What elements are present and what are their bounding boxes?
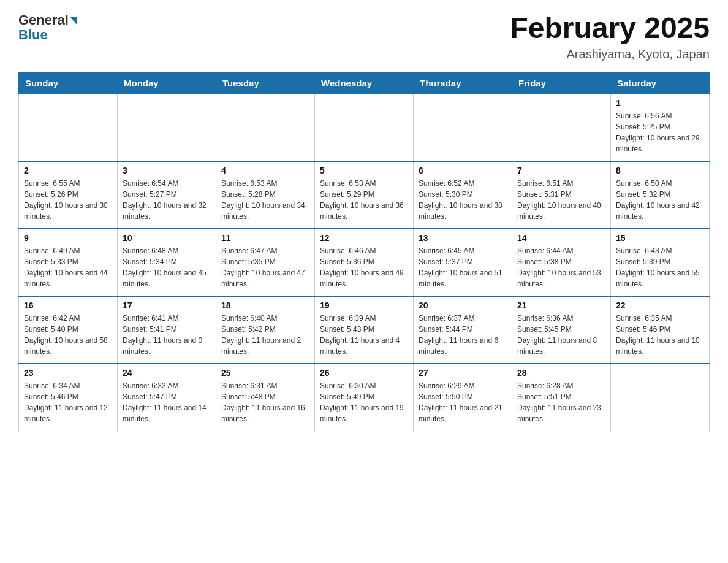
day-info: Sunrise: 6:47 AMSunset: 5:35 PMDaylight:… xyxy=(221,245,309,289)
calendar-cell: 21Sunrise: 6:36 AMSunset: 5:45 PMDayligh… xyxy=(512,296,611,364)
calendar-cell: 20Sunrise: 6:37 AMSunset: 5:44 PMDayligh… xyxy=(414,296,512,364)
day-info: Sunrise: 6:53 AMSunset: 5:28 PMDaylight:… xyxy=(221,178,309,222)
day-number: 15 xyxy=(616,233,704,243)
day-number: 26 xyxy=(320,368,408,378)
calendar-week-2: 2Sunrise: 6:55 AMSunset: 5:26 PMDaylight… xyxy=(19,161,710,229)
calendar-cell: 17Sunrise: 6:41 AMSunset: 5:41 PMDayligh… xyxy=(118,296,216,364)
day-info: Sunrise: 6:50 AMSunset: 5:32 PMDaylight:… xyxy=(616,178,704,222)
day-number: 18 xyxy=(221,301,309,310)
weekday-header-thursday: Thursday xyxy=(414,72,512,94)
month-title: February 2025 xyxy=(510,12,710,45)
calendar-cell: 24Sunrise: 6:33 AMSunset: 5:47 PMDayligh… xyxy=(118,364,216,431)
calendar-cell: 2Sunrise: 6:55 AMSunset: 5:26 PMDaylight… xyxy=(19,161,118,229)
calendar-cell: 28Sunrise: 6:28 AMSunset: 5:51 PMDayligh… xyxy=(512,364,611,431)
calendar-cell: 1Sunrise: 6:56 AMSunset: 5:25 PMDaylight… xyxy=(611,94,710,161)
weekday-header-tuesday: Tuesday xyxy=(216,72,315,94)
calendar-cell xyxy=(414,94,512,161)
day-info: Sunrise: 6:48 AMSunset: 5:34 PMDaylight:… xyxy=(123,245,211,289)
day-number: 25 xyxy=(221,368,309,378)
day-info: Sunrise: 6:52 AMSunset: 5:30 PMDaylight:… xyxy=(419,178,507,222)
day-number: 4 xyxy=(221,166,309,175)
calendar-cell: 5Sunrise: 6:53 AMSunset: 5:29 PMDaylight… xyxy=(315,161,414,229)
calendar-cell: 15Sunrise: 6:43 AMSunset: 5:39 PMDayligh… xyxy=(611,229,710,296)
day-number: 14 xyxy=(517,233,605,243)
calendar-cell: 27Sunrise: 6:29 AMSunset: 5:50 PMDayligh… xyxy=(414,364,512,431)
day-number: 10 xyxy=(123,233,211,243)
calendar-body: 1Sunrise: 6:56 AMSunset: 5:25 PMDaylight… xyxy=(19,94,710,431)
day-number: 16 xyxy=(24,301,112,310)
day-number: 28 xyxy=(517,368,605,378)
calendar-cell: 25Sunrise: 6:31 AMSunset: 5:48 PMDayligh… xyxy=(216,364,315,431)
calendar-cell: 12Sunrise: 6:46 AMSunset: 5:36 PMDayligh… xyxy=(315,229,414,296)
day-info: Sunrise: 6:37 AMSunset: 5:44 PMDaylight:… xyxy=(419,313,507,357)
day-info: Sunrise: 6:41 AMSunset: 5:41 PMDaylight:… xyxy=(123,313,211,357)
day-info: Sunrise: 6:45 AMSunset: 5:37 PMDaylight:… xyxy=(419,245,507,289)
calendar-cell: 11Sunrise: 6:47 AMSunset: 5:35 PMDayligh… xyxy=(216,229,315,296)
calendar-cell: 19Sunrise: 6:39 AMSunset: 5:43 PMDayligh… xyxy=(315,296,414,364)
day-info: Sunrise: 6:39 AMSunset: 5:43 PMDaylight:… xyxy=(320,313,408,357)
calendar-cell: 23Sunrise: 6:34 AMSunset: 5:46 PMDayligh… xyxy=(19,364,118,431)
day-number: 7 xyxy=(517,166,605,175)
day-number: 9 xyxy=(24,233,112,243)
calendar-cell: 10Sunrise: 6:48 AMSunset: 5:34 PMDayligh… xyxy=(118,229,216,296)
location-text: Arashiyama, Kyoto, Japan xyxy=(510,47,710,61)
day-info: Sunrise: 6:51 AMSunset: 5:31 PMDaylight:… xyxy=(517,178,605,222)
calendar-cell: 7Sunrise: 6:51 AMSunset: 5:31 PMDaylight… xyxy=(512,161,611,229)
day-number: 6 xyxy=(419,166,507,175)
day-info: Sunrise: 6:53 AMSunset: 5:29 PMDaylight:… xyxy=(320,178,408,222)
logo-arrow-icon xyxy=(70,17,77,25)
calendar-table: SundayMondayTuesdayWednesdayThursdayFrid… xyxy=(18,72,710,432)
calendar-week-1: 1Sunrise: 6:56 AMSunset: 5:25 PMDaylight… xyxy=(19,94,710,161)
day-number: 13 xyxy=(419,233,507,243)
calendar-cell xyxy=(19,94,118,161)
day-info: Sunrise: 6:35 AMSunset: 5:46 PMDaylight:… xyxy=(616,313,704,357)
day-info: Sunrise: 6:46 AMSunset: 5:36 PMDaylight:… xyxy=(320,245,408,289)
calendar-cell xyxy=(512,94,611,161)
calendar-cell: 9Sunrise: 6:49 AMSunset: 5:33 PMDaylight… xyxy=(19,229,118,296)
day-number: 8 xyxy=(616,166,704,175)
day-info: Sunrise: 6:56 AMSunset: 5:25 PMDaylight:… xyxy=(616,110,704,155)
day-number: 2 xyxy=(24,166,112,175)
calendar-cell: 6Sunrise: 6:52 AMSunset: 5:30 PMDaylight… xyxy=(414,161,512,229)
day-number: 23 xyxy=(24,368,112,378)
day-number: 24 xyxy=(123,368,211,378)
calendar-cell xyxy=(611,364,710,431)
calendar-cell: 26Sunrise: 6:30 AMSunset: 5:49 PMDayligh… xyxy=(315,364,414,431)
calendar-cell: 13Sunrise: 6:45 AMSunset: 5:37 PMDayligh… xyxy=(414,229,512,296)
day-number: 21 xyxy=(517,301,605,310)
calendar-cell xyxy=(118,94,216,161)
weekday-header-sunday: Sunday xyxy=(19,72,118,94)
day-info: Sunrise: 6:28 AMSunset: 5:51 PMDaylight:… xyxy=(517,380,605,424)
page-header: General Blue February 2025 Arashiyama, K… xyxy=(18,12,710,61)
calendar-week-3: 9Sunrise: 6:49 AMSunset: 5:33 PMDaylight… xyxy=(19,229,710,296)
calendar-cell: 8Sunrise: 6:50 AMSunset: 5:32 PMDaylight… xyxy=(611,161,710,229)
weekday-header-row: SundayMondayTuesdayWednesdayThursdayFrid… xyxy=(19,72,710,94)
calendar-cell: 18Sunrise: 6:40 AMSunset: 5:42 PMDayligh… xyxy=(216,296,315,364)
calendar-header: SundayMondayTuesdayWednesdayThursdayFrid… xyxy=(19,72,710,94)
day-number: 3 xyxy=(123,166,211,175)
weekday-header-wednesday: Wednesday xyxy=(315,72,414,94)
day-number: 11 xyxy=(221,233,309,243)
calendar-cell xyxy=(315,94,414,161)
day-info: Sunrise: 6:34 AMSunset: 5:46 PMDaylight:… xyxy=(24,380,112,424)
day-info: Sunrise: 6:29 AMSunset: 5:50 PMDaylight:… xyxy=(419,380,507,424)
calendar-cell: 4Sunrise: 6:53 AMSunset: 5:28 PMDaylight… xyxy=(216,161,315,229)
day-number: 22 xyxy=(616,301,704,310)
day-info: Sunrise: 6:31 AMSunset: 5:48 PMDaylight:… xyxy=(221,380,309,424)
title-block: February 2025 Arashiyama, Kyoto, Japan xyxy=(510,12,710,61)
calendar-cell xyxy=(216,94,315,161)
day-info: Sunrise: 6:36 AMSunset: 5:45 PMDaylight:… xyxy=(517,313,605,357)
logo: General Blue xyxy=(18,12,77,43)
day-info: Sunrise: 6:42 AMSunset: 5:40 PMDaylight:… xyxy=(24,313,112,357)
day-number: 17 xyxy=(123,301,211,310)
day-info: Sunrise: 6:55 AMSunset: 5:26 PMDaylight:… xyxy=(24,178,112,222)
day-number: 12 xyxy=(320,233,408,243)
day-info: Sunrise: 6:33 AMSunset: 5:47 PMDaylight:… xyxy=(123,380,211,424)
day-number: 1 xyxy=(616,98,704,108)
day-info: Sunrise: 6:43 AMSunset: 5:39 PMDaylight:… xyxy=(616,245,704,289)
calendar-cell: 3Sunrise: 6:54 AMSunset: 5:27 PMDaylight… xyxy=(118,161,216,229)
calendar-cell: 16Sunrise: 6:42 AMSunset: 5:40 PMDayligh… xyxy=(19,296,118,364)
weekday-header-friday: Friday xyxy=(512,72,611,94)
weekday-header-saturday: Saturday xyxy=(611,72,710,94)
day-info: Sunrise: 6:54 AMSunset: 5:27 PMDaylight:… xyxy=(123,178,211,222)
